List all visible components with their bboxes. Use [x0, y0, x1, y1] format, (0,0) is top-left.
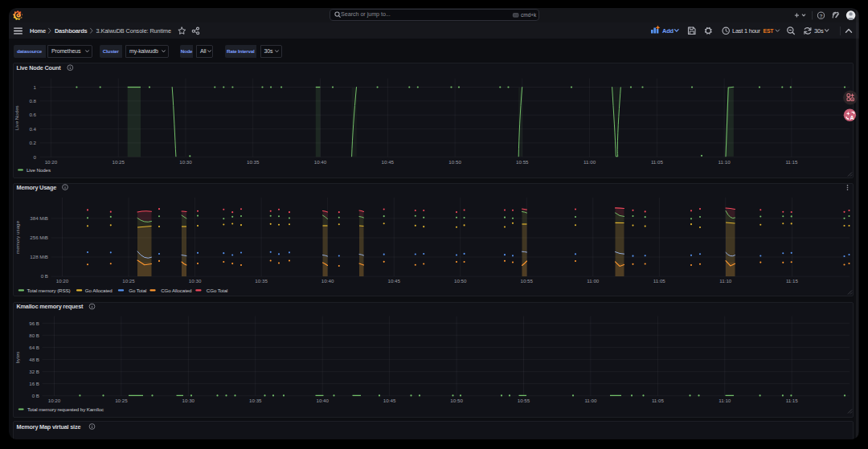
svg-text:Node: Node [181, 48, 193, 54]
svg-text:256 MiB: 256 MiB [30, 235, 48, 240]
svg-text:11:10: 11:10 [719, 398, 731, 403]
svg-text:10:40: 10:40 [314, 159, 327, 165]
svg-text:80 B: 80 B [29, 333, 39, 338]
svg-text:11:00: 11:00 [584, 398, 597, 403]
svg-text:11:05: 11:05 [652, 398, 665, 403]
svg-text:Memory Usage: Memory Usage [17, 184, 57, 191]
svg-text:Rate Interval: Rate Interval [227, 48, 255, 54]
svg-text:11:00: 11:00 [587, 278, 600, 284]
svg-text:10:45: 10:45 [387, 278, 400, 284]
svg-text:Memory Map virtual size: Memory Map virtual size [17, 423, 81, 431]
svg-text:?: ? [820, 14, 823, 18]
svg-text:10:30: 10:30 [189, 278, 202, 284]
svg-text:10:55: 10:55 [520, 278, 533, 284]
svg-text:cmd+k: cmd+k [521, 12, 537, 18]
svg-text:EST: EST [764, 28, 775, 34]
svg-text:11:10: 11:10 [719, 159, 731, 165]
svg-text:10:25: 10:25 [115, 398, 128, 403]
svg-text:128 MiB: 128 MiB [30, 254, 48, 259]
svg-text:48 B: 48 B [29, 357, 39, 362]
svg-text:16 B: 16 B [29, 381, 39, 386]
svg-text:Go Allocated: Go Allocated [85, 288, 113, 293]
svg-text:11:15: 11:15 [786, 278, 799, 284]
svg-text:10:25: 10:25 [122, 278, 135, 284]
svg-text:10:30: 10:30 [179, 159, 192, 165]
svg-text:0.6: 0.6 [29, 112, 36, 117]
svg-text:Total memory (RSS): Total memory (RSS) [27, 288, 71, 293]
svg-text:Search or jump to...: Search or jump to... [341, 10, 391, 18]
svg-text:32 B: 32 B [29, 369, 39, 374]
svg-text:0.8: 0.8 [29, 98, 36, 104]
svg-text:Live Nodes: Live Nodes [27, 167, 51, 173]
svg-text:Add: Add [662, 27, 674, 35]
svg-text:30s: 30s [264, 48, 273, 54]
svg-text:CGo Allocated: CGo Allocated [161, 288, 192, 293]
svg-text:memory usage: memory usage [14, 220, 20, 253]
svg-text:11:05: 11:05 [651, 159, 664, 165]
svg-text:0.4: 0.4 [29, 126, 36, 132]
svg-text:Kmalloc memory request: Kmalloc memory request [17, 303, 84, 310]
svg-text:10:55: 10:55 [518, 398, 530, 403]
svg-text:Total memory requested by Kaml: Total memory requested by Kamlloc [27, 406, 104, 412]
svg-text:10:20: 10:20 [45, 159, 58, 165]
svg-text:10:45: 10:45 [383, 398, 396, 403]
svg-text:Last 1 hour: Last 1 hour [732, 27, 761, 35]
svg-text:0 B: 0 B [41, 273, 48, 279]
svg-text:10:25: 10:25 [112, 159, 125, 165]
svg-text:Live Node Count: Live Node Count [17, 64, 62, 71]
svg-text:64 B: 64 B [29, 345, 39, 350]
svg-text:11:15: 11:15 [785, 159, 798, 165]
svg-text:11:15: 11:15 [786, 398, 799, 403]
svg-text:CGo Total: CGo Total [207, 288, 228, 293]
svg-text:A: A [850, 115, 854, 120]
svg-text:0: 0 [34, 154, 37, 160]
svg-text:10:35: 10:35 [249, 398, 262, 403]
svg-text:Home: Home [30, 27, 46, 35]
svg-text:10:30: 10:30 [182, 398, 195, 403]
svg-text:Go Total: Go Total [129, 288, 146, 293]
svg-text:11:00: 11:00 [583, 159, 596, 165]
svg-text:10:40: 10:40 [316, 398, 329, 403]
svg-text:10:20: 10:20 [56, 278, 69, 284]
svg-text:datasource: datasource [17, 48, 43, 54]
svg-text:10:50: 10:50 [448, 159, 461, 165]
svg-text:10:50: 10:50 [454, 278, 467, 284]
svg-text:All: All [200, 48, 207, 54]
svg-text:0 B: 0 B [32, 393, 39, 398]
svg-text:10:50: 10:50 [450, 398, 463, 403]
svg-text:3.KaiwuDB Console: Runtime: 3.KaiwuDB Console: Runtime [96, 27, 171, 35]
svg-text:Prometheus: Prometheus [51, 48, 81, 54]
svg-text:Live Nodes: Live Nodes [14, 105, 20, 130]
svg-text:Dashboards: Dashboards [55, 27, 87, 35]
svg-text:my-kaiwudb: my-kaiwudb [129, 48, 158, 55]
svg-text:384 MiB: 384 MiB [30, 215, 48, 221]
svg-text:10:35: 10:35 [255, 278, 268, 284]
svg-text:10:20: 10:20 [48, 398, 61, 403]
svg-text:96 B: 96 B [29, 320, 39, 326]
svg-text:1: 1 [34, 84, 37, 90]
svg-text:11:05: 11:05 [653, 278, 666, 284]
svg-text:30s: 30s [814, 27, 824, 35]
svg-text:10:45: 10:45 [382, 159, 395, 165]
svg-text:bytes: bytes [14, 352, 20, 364]
svg-text:0.2: 0.2 [29, 140, 36, 145]
svg-text:10:55: 10:55 [516, 159, 529, 165]
svg-text:Cluster: Cluster [103, 48, 120, 54]
svg-text:10:35: 10:35 [247, 159, 260, 165]
svg-text:10:40: 10:40 [321, 278, 334, 284]
svg-text:11:10: 11:10 [719, 278, 732, 284]
